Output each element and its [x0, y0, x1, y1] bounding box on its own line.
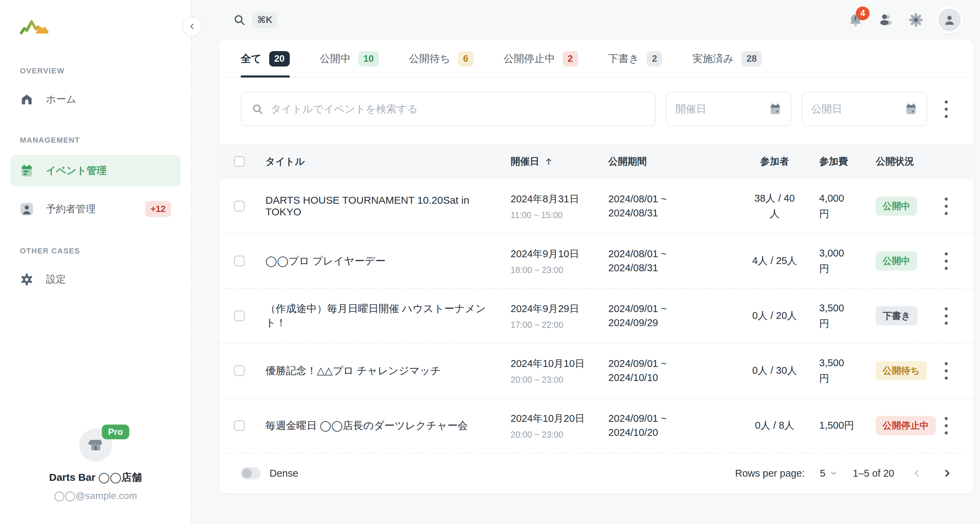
sidebar-item-home[interactable]: ホーム: [10, 86, 181, 113]
column-participants[interactable]: 参加者: [744, 155, 805, 168]
pro-plan-badge: Pro: [102, 425, 129, 439]
sidebar-section-overview: OVERVIEW: [20, 67, 181, 75]
status-badge: 下書き: [876, 306, 918, 325]
users-icon: [878, 12, 894, 27]
reservation-count-badge: +12: [145, 201, 171, 217]
column-fee[interactable]: 参加費: [805, 155, 857, 168]
sidebar-collapse-button[interactable]: [182, 16, 202, 37]
event-title[interactable]: （作成途中）毎月日曜日開催 ハウストーナメント！: [266, 302, 511, 330]
settings-button[interactable]: [908, 12, 924, 28]
event-title[interactable]: DARTS HOUSE TOURNAMENT 10.20Sat in TOKYO: [266, 194, 511, 218]
app-root: OVERVIEW ホーム MANAGEMENT イベント管理: [0, 0, 980, 524]
home-icon: [20, 92, 33, 106]
tab-waiting-publish[interactable]: 公開待ち 6: [409, 51, 474, 77]
sort-ascending-icon: [544, 157, 553, 166]
calendar-icon: [769, 102, 782, 116]
publish-period-cell: 2024/09/01 ~ 2024/10/20: [608, 411, 744, 439]
profile-name: Darts Bar ◯◯店舗: [0, 470, 191, 484]
table-row: 優勝記念！△△プロ チャレンジマッチ 2024年10月10日 20:00 ~ 2…: [220, 344, 974, 398]
event-date-cell: 2024年8月31日 11:00 ~ 15:00: [511, 193, 608, 220]
tab-count-badge: 20: [269, 51, 290, 67]
sidebar-item-settings[interactable]: 設定: [10, 266, 181, 293]
next-page-button[interactable]: [940, 466, 955, 481]
sidebar-item-label: ホーム: [46, 92, 76, 106]
status-badge: 公開待ち: [876, 361, 927, 380]
sidebar-item-reservation-management[interactable]: 予約者管理 +12: [10, 194, 181, 224]
event-title[interactable]: ◯◯プロ プレイヤーデー: [266, 254, 511, 268]
gear-icon: [908, 12, 923, 27]
publish-period-cell: 2024/09/01 ~ 2024/09/29: [608, 302, 744, 330]
sidebar-section-other-cases: OTHER CASES: [20, 247, 181, 255]
status-badge: 公開中: [876, 196, 917, 216]
tab-published[interactable]: 公開中 10: [320, 51, 379, 77]
event-date-input[interactable]: [676, 103, 769, 115]
row-checkbox[interactable]: [234, 311, 245, 321]
select-all-checkbox[interactable]: [234, 156, 245, 167]
sidebar-item-label: 予約者管理: [46, 202, 95, 216]
row-more-menu[interactable]: [937, 304, 955, 328]
row-more-menu[interactable]: [937, 194, 955, 218]
global-search-button[interactable]: ⌘K: [233, 12, 277, 28]
dense-toggle[interactable]: [241, 467, 261, 479]
event-title[interactable]: 毎週金曜日 ◯◯店長のダーツレクチャー会: [266, 419, 511, 433]
tab-all[interactable]: 全て 20: [241, 51, 290, 77]
tab-count-badge: 10: [358, 51, 379, 67]
table-row: DARTS HOUSE TOURNAMENT 10.20Sat in TOKYO…: [220, 179, 974, 234]
user-avatar-button[interactable]: [938, 9, 961, 31]
topbar: ⌘K 4: [192, 0, 980, 40]
chevron-down-icon: [829, 469, 838, 477]
tab-draft[interactable]: 下書き 2: [608, 51, 662, 77]
column-date[interactable]: 開催日: [511, 155, 608, 168]
rows-per-page-select[interactable]: 5: [820, 468, 838, 479]
column-period[interactable]: 公開期間: [608, 155, 744, 168]
gear-icon: [20, 272, 33, 286]
row-checkbox[interactable]: [234, 365, 245, 376]
pagination-range: 1–5 of 20: [853, 468, 894, 479]
chevron-right-icon: [942, 468, 952, 478]
sidebar-profile: Pro Darts Bar ◯◯店舗 ◯◯@sample.com: [0, 428, 191, 502]
row-checkbox[interactable]: [234, 255, 245, 266]
dense-toggle-label: Dense: [269, 468, 298, 479]
profile-email: ◯◯@sample.com: [0, 490, 191, 502]
person-icon: [20, 202, 33, 216]
user-icon: [943, 13, 956, 27]
participants-cell: 38人 / 40人: [744, 191, 805, 221]
participants-cell: 0人 / 30人: [744, 364, 805, 377]
status-cell: 公開待ち: [857, 361, 934, 380]
sidebar-item-event-management[interactable]: イベント管理: [10, 155, 181, 186]
event-date-cell: 2024年10月10日 20:00 ~ 23:00: [511, 357, 608, 385]
tab-completed[interactable]: 実施済み 28: [692, 51, 762, 77]
filters-more-menu[interactable]: [937, 97, 955, 121]
column-status[interactable]: 公開状況: [857, 155, 934, 168]
row-checkbox[interactable]: [234, 201, 245, 212]
event-title[interactable]: 優勝記念！△△プロ チャレンジマッチ: [266, 364, 511, 378]
brand-logo-mountain-icon: [20, 18, 51, 37]
publish-date-input[interactable]: [811, 103, 905, 115]
calendar-icon: [20, 164, 33, 178]
previous-page-button[interactable]: [909, 466, 924, 481]
status-badge: 公開停止中: [876, 416, 936, 435]
status-cell: 公開中: [857, 252, 934, 271]
row-more-menu[interactable]: [937, 359, 955, 383]
publish-date-filter[interactable]: [802, 92, 927, 126]
participants-cell: 0人 / 20人: [744, 309, 805, 323]
row-more-menu[interactable]: [937, 249, 955, 273]
storefront-icon: [88, 437, 103, 453]
row-more-menu[interactable]: [937, 414, 955, 438]
search-icon: [252, 103, 263, 115]
status-cell: 公開停止中: [857, 416, 934, 435]
column-title[interactable]: タイトル: [266, 155, 511, 168]
row-checkbox[interactable]: [234, 420, 245, 431]
fee-cell: 1,500円: [805, 419, 857, 432]
members-button[interactable]: [878, 12, 894, 28]
tab-suspended[interactable]: 公開停止中 2: [504, 51, 578, 77]
tab-count-badge: 6: [458, 51, 474, 67]
fee-cell: 3,500円: [805, 300, 857, 331]
event-search-input[interactable]: [271, 103, 644, 115]
notifications-button[interactable]: 4: [848, 12, 864, 28]
table-row: （作成途中）毎月日曜日開催 ハウストーナメント！ 2024年9月29日 17:0…: [220, 289, 974, 344]
event-date-filter[interactable]: [666, 92, 791, 126]
event-search-field[interactable]: [241, 92, 655, 126]
sidebar-item-label: 設定: [46, 272, 66, 286]
tab-count-badge: 28: [741, 51, 762, 67]
